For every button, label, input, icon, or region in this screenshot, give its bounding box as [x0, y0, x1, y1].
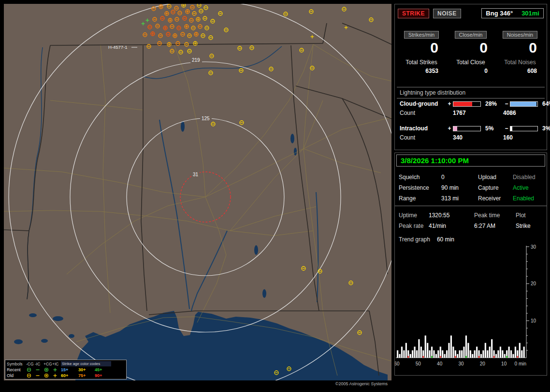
plus-sign: + — [446, 100, 453, 107]
legend-col-pic: +IC — [52, 362, 61, 366]
strikes-per-min-label: Strikes/min — [404, 31, 439, 39]
trend-graph-label: Trend graph — [399, 236, 430, 243]
count-label: Count — [400, 134, 453, 141]
range-label: Range — [399, 195, 441, 202]
peak-time-label: Peak time — [474, 212, 516, 219]
ic-positive-bar — [453, 126, 481, 131]
receiver-label: Receiver — [478, 195, 513, 202]
svg-text:H-4577-1: H-4577-1 — [108, 44, 128, 50]
legend-col-pcg: +CG — [43, 362, 52, 366]
rate-counters: Strikes/min 0 Total Strikes 6353 Close/m… — [397, 30, 545, 74]
legend-age-75: 75+ — [78, 373, 95, 378]
noises-per-min-label: Noises/min — [503, 31, 537, 39]
map-status-bar: ©2005 Astrogenic Systems — [4, 380, 391, 387]
receiver-status: Enabled — [513, 195, 548, 202]
peak-rate-value: 41/min — [429, 223, 474, 229]
intracloud-row: Intracloud + 5% − 3% — [397, 123, 545, 133]
uptime-label: Uptime — [399, 212, 429, 219]
plot-label: Plot — [516, 212, 546, 219]
legend-old-label: Old — [7, 373, 26, 378]
intracloud-label: Intracloud — [400, 125, 446, 132]
pos-ic-icon — [52, 373, 61, 378]
legend-col-nic: -IC — [35, 362, 43, 366]
peak-rate-label: Peak rate — [399, 223, 429, 229]
plot-value: Strike — [516, 223, 546, 229]
cg-negative-bar — [510, 101, 538, 107]
minus-sign: − — [503, 100, 510, 107]
close-per-min-column: Close/min 0 Total Close 0 — [446, 30, 495, 74]
total-noises-value: 608 — [495, 68, 545, 74]
total-strikes-value: 6353 — [397, 68, 446, 74]
svg-text:50: 50 — [416, 361, 421, 366]
cloud-ground-count-row: Count 1767 4086 — [397, 108, 545, 119]
lightning-map[interactable]: 219 125 31 H-4577-1 Symbols -CG -IC +CG … — [4, 4, 391, 387]
minus-sign: − — [503, 125, 510, 132]
cg-positive-count: 1767 — [453, 110, 503, 116]
cloud-ground-label: Cloud-ground — [400, 100, 446, 107]
neg-cg-icon — [26, 373, 35, 378]
total-noises-label: Total Noises — [495, 59, 545, 66]
legend-age-45: 45+ — [95, 367, 111, 372]
status-section: 3/8/2026 1:10:00 PM Squelch 0 Upload Dis… — [394, 153, 547, 376]
close-per-min-label: Close/min — [455, 31, 487, 39]
noises-per-min-value: 0 — [495, 40, 545, 56]
cg-positive-pct: 28% — [483, 100, 503, 107]
strikes-per-min-value: 0 — [397, 40, 446, 56]
legend-age-30: 30+ — [78, 367, 95, 372]
ring-label-125: 125 — [202, 116, 210, 121]
bearing-distance: 301mi — [521, 10, 539, 17]
ic-negative-bar — [510, 126, 538, 131]
map-canvas: 219 125 31 H-4577-1 — [4, 4, 391, 380]
persistence-value: 90 min — [441, 184, 478, 191]
cg-negative-count: 4086 — [503, 110, 550, 116]
svg-text:60: 60 — [395, 361, 400, 366]
pos-cg-icon — [43, 373, 52, 378]
ring-label-219: 219 — [192, 57, 200, 63]
legend-age-title: Strike age color codes — [61, 361, 111, 366]
legend-age-60: 60+ — [61, 373, 78, 378]
legend-recent-label: Recent — [7, 367, 26, 372]
capture-status: Active — [513, 184, 548, 191]
upload-label: Upload — [478, 174, 513, 181]
ic-positive-count: 340 — [453, 134, 503, 141]
svg-text:0 min: 0 min — [515, 361, 526, 366]
trend-header: Trend graph 60 min — [395, 231, 547, 243]
neg-ic-icon — [35, 373, 43, 378]
svg-text:20: 20 — [531, 281, 536, 286]
capture-label: Capture — [478, 184, 513, 191]
ic-negative-count: 160 — [503, 134, 550, 141]
svg-text:40: 40 — [437, 361, 443, 366]
pos-ic-icon — [52, 367, 61, 372]
total-close-value: 0 — [446, 68, 495, 74]
intracloud-count-row: Count 340 160 — [397, 133, 545, 144]
ring-label-31: 31 — [193, 172, 199, 177]
legend-age-90: 90+ — [95, 373, 111, 378]
plus-sign: + — [446, 125, 453, 132]
close-per-min-value: 0 — [446, 40, 495, 56]
upload-status: Disabled — [513, 174, 548, 181]
noises-per-min-column: Noises/min 0 Total Noises 608 — [495, 30, 545, 74]
counters-section: STRIKE NOISE Bng 346° 301mi Strikes/min … — [394, 4, 547, 150]
svg-text:10: 10 — [531, 318, 536, 323]
persistence-label: Persistence — [399, 184, 441, 191]
strike-alarm-button[interactable]: STRIKE — [398, 9, 429, 18]
peak-time-value: 6:27 AM — [474, 223, 516, 229]
datetime-display: 3/8/2026 1:10:00 PM — [396, 154, 545, 167]
map-annotation: H-4577-1 — [108, 44, 137, 50]
stats-grid: Uptime 1320:55 Peak time Plot Peak rate … — [395, 206, 547, 231]
copyright-text: ©2005 Astrogenic Systems — [335, 381, 388, 386]
range-value: 313 mi — [441, 195, 478, 202]
strikes-per-min-column: Strikes/min 0 Total Strikes 6353 — [397, 30, 446, 74]
neg-cg-icon — [26, 367, 35, 372]
total-strikes-label: Total Strikes — [397, 59, 446, 66]
map-legend: Symbols -CG -IC +CG +IC Strike age color… — [5, 360, 127, 379]
noise-alarm-button[interactable]: NOISE — [433, 9, 461, 18]
trend-window-value: 60 min — [437, 236, 454, 243]
svg-text:30: 30 — [458, 361, 464, 366]
bearing-box: Bng 346° 301mi — [481, 8, 544, 18]
neg-ic-icon — [35, 367, 43, 372]
pos-cg-icon — [43, 367, 52, 372]
rivers-lakes — [27, 46, 318, 311]
ic-negative-pct: 3% — [540, 125, 550, 132]
svg-text:10: 10 — [501, 361, 507, 366]
